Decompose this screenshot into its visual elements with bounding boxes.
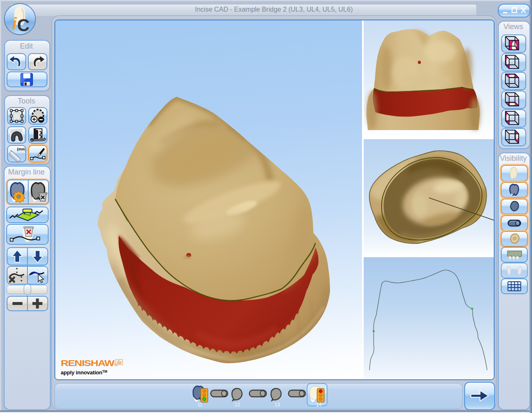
- svg-text:11: 11: [197, 402, 203, 408]
- svg-text:(mm): (mm): [17, 147, 25, 151]
- svg-text:i: i: [12, 15, 17, 33]
- svg-text:14: 14: [316, 402, 322, 408]
- svg-text:12: 12: [234, 402, 240, 408]
- svg-text:C: C: [17, 15, 30, 35]
- svg-text:13: 13: [274, 402, 280, 408]
